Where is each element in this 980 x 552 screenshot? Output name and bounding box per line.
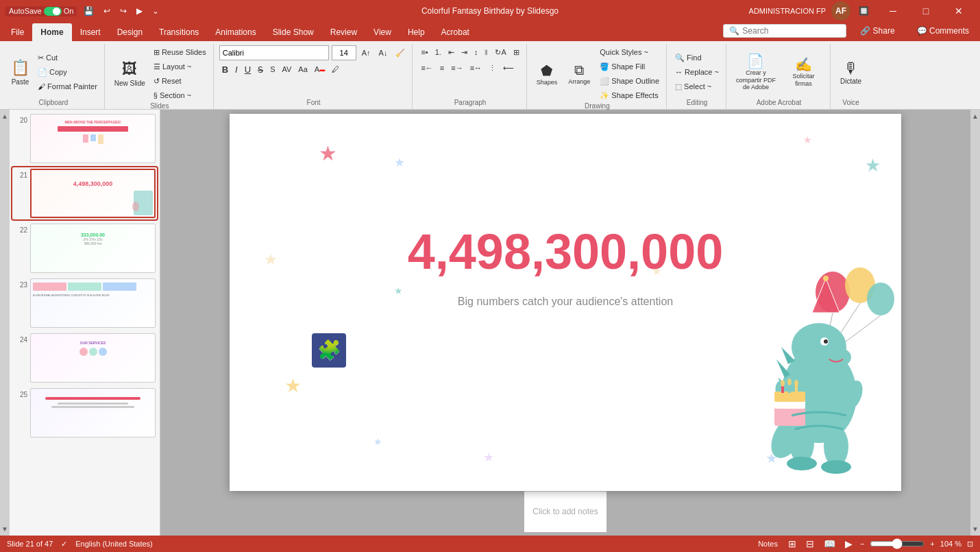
align-right-button[interactable]: ≡→	[448, 61, 465, 75]
strikethrough-button[interactable]: S̶	[255, 62, 266, 76]
select-button[interactable]: ⬚ Select ~	[672, 80, 722, 93]
decrease-indent-button[interactable]: ⇤	[445, 45, 457, 59]
close-button[interactable]: ✕	[943, 0, 975, 22]
tab-view[interactable]: View	[365, 23, 400, 41]
slide-thumb-20[interactable]: 20 MEN ABOVE THE PERCENTAGES!	[12, 112, 157, 165]
notes-area[interactable]: Click to add notes	[524, 491, 606, 532]
font-name-input[interactable]	[219, 45, 329, 60]
column-layout-button[interactable]: ⋮	[486, 61, 499, 75]
columns-button[interactable]: ⫴	[482, 45, 491, 59]
share-button[interactable]: 🔗 Share	[852, 23, 903, 38]
save-button[interactable]: 💾	[81, 5, 97, 17]
right-scrollbar[interactable]: ▲ ▼	[970, 110, 980, 536]
customize-qat-button[interactable]: ⌄	[149, 5, 162, 17]
zoom-out-icon[interactable]: −	[860, 540, 864, 548]
slide-thumb-21[interactable]: 21 4,498,300,000	[12, 167, 157, 219]
font-size-input[interactable]	[332, 45, 356, 60]
user-avatar[interactable]: AF	[831, 1, 850, 21]
slide-thumbnail-22[interactable]: 333,000.00 2% 37m 23s 386,000 km	[30, 224, 156, 273]
shape-outline-button[interactable]: ⬜ Shape Outline	[597, 74, 662, 88]
replace-button[interactable]: ↔ Replace ~	[672, 65, 722, 79]
slide-thumb-25[interactable]: 25	[12, 387, 157, 439]
highlight-button[interactable]: 🖊	[329, 62, 342, 76]
line-spacing-button[interactable]: ↕	[471, 45, 481, 59]
font-color-button[interactable]: A▬	[312, 62, 328, 76]
section-button[interactable]: § Section ~	[151, 88, 209, 102]
slide-canvas[interactable]: ★ ★ ★ ★ ★ ★ ★ ★ ★ ★ ★ ★ 4,498,300,000 Bi…	[230, 114, 901, 491]
tab-transitions[interactable]: Transitions	[151, 23, 207, 41]
minimize-button[interactable]: ─	[877, 0, 909, 22]
left-scrollbar[interactable]: ▲ ▼	[0, 110, 10, 536]
tab-file[interactable]: File	[3, 23, 32, 41]
autosave-toggle[interactable]: AutoSave On	[5, 6, 77, 16]
slide-thumbnail-24[interactable]: OUR SERVICES	[30, 333, 156, 383]
notes-button[interactable]: Notes	[755, 538, 781, 549]
justify-button[interactable]: ≡↔	[467, 61, 485, 75]
char-spacing-button[interactable]: AV	[279, 62, 294, 76]
rtl-button[interactable]: ⟵	[500, 61, 517, 75]
increase-indent-button[interactable]: ⇥	[458, 45, 470, 59]
new-slide-button[interactable]: 🖼 New Slide	[110, 53, 149, 95]
normal-view-icon[interactable]: ⊞	[786, 538, 798, 549]
shadow-button[interactable]: S	[267, 62, 278, 76]
font-grow-button[interactable]: A↑	[359, 46, 373, 60]
slideshow-icon[interactable]: ▶	[843, 538, 855, 549]
layout-button[interactable]: ☰ Layout ~	[151, 60, 209, 73]
tab-design[interactable]: Design	[109, 23, 151, 41]
slide-thumb-24[interactable]: 24 OUR SERVICES	[12, 332, 157, 384]
create-pdf-button[interactable]: 📄 Crear y compartir PDF de Adobe	[732, 51, 780, 93]
tab-acrobat[interactable]: Acrobat	[433, 23, 478, 41]
tab-slideshow[interactable]: Slide Show	[265, 23, 322, 41]
zoom-in-icon[interactable]: +	[930, 540, 934, 548]
slide-thumbnail-21[interactable]: 4,498,300,000	[30, 169, 156, 218]
ribbon-display-button[interactable]: 🔲	[856, 5, 872, 17]
quick-styles-button[interactable]: Quick Styles ~	[597, 45, 662, 59]
present-button[interactable]: ▶	[134, 5, 145, 17]
slide-thumbnail-20[interactable]: MEN ABOVE THE PERCENTAGES!	[30, 114, 156, 163]
tab-animations[interactable]: Animations	[207, 23, 264, 41]
search-input[interactable]	[742, 26, 838, 36]
underline-button[interactable]: U	[242, 62, 254, 76]
clear-format-button[interactable]: 🧹	[393, 46, 408, 60]
search-box[interactable]: 🔍	[723, 24, 846, 38]
reuse-slides-button[interactable]: ⊞ Reuse Slides	[151, 45, 209, 59]
slide-thumb-22[interactable]: 22 333,000.00 2% 37m 23s 386,000 km	[12, 222, 157, 274]
request-signatures-button[interactable]: ✍ Solicitar firmas	[781, 51, 826, 93]
font-shrink-button[interactable]: A↓	[376, 46, 391, 60]
find-button[interactable]: 🔍 Find	[672, 51, 722, 64]
smartart-button[interactable]: ⊞	[511, 45, 522, 59]
slide-thumbnail-25[interactable]	[30, 388, 156, 437]
maximize-button[interactable]: □	[910, 0, 942, 22]
bold-button[interactable]: B	[219, 62, 231, 76]
tab-insert[interactable]: Insert	[72, 23, 109, 41]
reset-button[interactable]: ↺ Reset	[151, 74, 209, 88]
align-left-button[interactable]: ≡←	[418, 61, 435, 75]
fit-slide-icon[interactable]: ⊡	[967, 540, 973, 549]
bullets-button[interactable]: ≡•	[418, 45, 430, 59]
tab-home[interactable]: Home	[32, 23, 71, 41]
redo-button[interactable]: ↪	[117, 5, 130, 17]
tab-review[interactable]: Review	[322, 23, 365, 41]
undo-button[interactable]: ↩	[101, 5, 113, 17]
dictate-button[interactable]: 🎙 Dictate	[836, 51, 866, 93]
comments-button[interactable]: 💬 Comments	[909, 23, 977, 38]
cut-button[interactable]: ✂ Cut	[35, 51, 100, 64]
shapes-button[interactable]: ⬟ Shapes	[532, 57, 562, 91]
shape-fill-button[interactable]: 🪣 Shape Fill	[597, 60, 662, 73]
align-center-button[interactable]: ≡	[437, 61, 447, 75]
tab-help[interactable]: Help	[400, 23, 433, 41]
slide-thumbnail-23[interactable]: A UNIVERSAL ADVERTISING CONCEPTS IS A GU…	[30, 278, 156, 328]
arrange-button[interactable]: ⧉ Arrange	[564, 57, 594, 91]
format-painter-button[interactable]: 🖌 Format Painter	[35, 80, 100, 93]
autosave-pill[interactable]	[44, 7, 62, 16]
text-direction-button[interactable]: ↻A	[492, 45, 509, 59]
slide-thumb-23[interactable]: 23 A UNIVERSAL ADVERTISING CONCEPTS IS A…	[12, 277, 157, 329]
copy-button[interactable]: 📄 Copy	[35, 65, 100, 79]
shape-effects-button[interactable]: ✨ Shape Effects	[597, 88, 662, 102]
reading-view-icon[interactable]: 📖	[822, 538, 837, 549]
slide-sorter-icon[interactable]: ⊟	[804, 538, 816, 549]
numbering-button[interactable]: 1.	[432, 45, 444, 59]
change-case-button[interactable]: Aa	[295, 62, 310, 76]
italic-button[interactable]: I	[232, 62, 241, 76]
zoom-slider[interactable]	[870, 538, 924, 549]
